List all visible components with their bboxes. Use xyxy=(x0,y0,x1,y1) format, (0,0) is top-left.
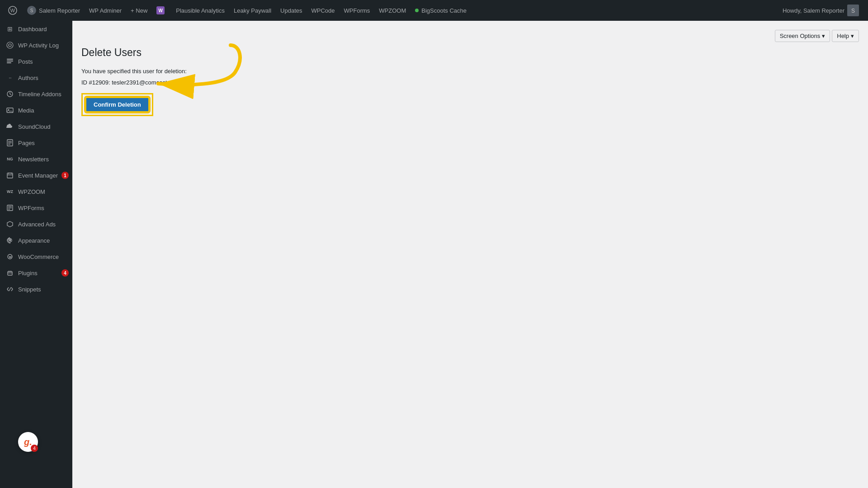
event-manager-icon xyxy=(5,171,14,180)
admin-top-bar: W S Salem Reporter WP Adminer + New W Pl… xyxy=(0,0,868,21)
help-chevron: ▾ xyxy=(851,33,854,39)
wp-logo-icon[interactable]: W xyxy=(5,2,21,19)
sidebar-item-timeline[interactable]: Timeline Addons xyxy=(0,86,72,102)
screen-options-label: Screen Options xyxy=(780,33,821,39)
plausible-label: Plausible Analytics xyxy=(176,7,225,14)
plugins-icon xyxy=(5,268,14,277)
sidebar-item-appearance[interactable]: Appearance xyxy=(0,232,72,249)
bigscoots-label: BigScoots Cache xyxy=(421,7,467,14)
grammarly-letter: g. xyxy=(24,437,32,447)
sidebar-item-event-manager[interactable]: Event Manager 1 xyxy=(0,167,72,183)
adminbar-items: S Salem Reporter WP Adminer + New W Plau… xyxy=(23,0,778,21)
svg-point-25 xyxy=(9,239,11,241)
newsletters-icon: NG xyxy=(5,155,14,164)
sidebar-item-wpforms[interactable]: WPForms xyxy=(0,200,72,216)
page-title: Delete Users xyxy=(81,47,859,59)
sidebar-item-newsletters[interactable]: NG Newsletters xyxy=(0,151,72,167)
svg-rect-7 xyxy=(7,61,13,61)
svg-rect-6 xyxy=(7,59,13,60)
wpforms-label: WPForms xyxy=(344,7,370,14)
confirm-deletion-button[interactable]: Confirm Deletion xyxy=(85,97,149,112)
help-label: Help xyxy=(837,33,849,39)
svg-text:S: S xyxy=(851,8,855,14)
sidebar-item-advanced-ads[interactable]: Advanced Ads xyxy=(0,216,72,232)
svg-rect-8 xyxy=(7,62,11,63)
delete-section: You have specified this user for deletio… xyxy=(81,68,187,116)
sidebar-item-wpzoom[interactable]: WZ WPZOOM xyxy=(0,183,72,200)
sidebar-label-newsletters: Newsletters xyxy=(18,156,49,163)
timeline-icon xyxy=(5,89,14,99)
wpzoom-label: WPZOOM xyxy=(379,7,406,14)
wpzoom-sidebar-icon: WZ xyxy=(5,187,14,196)
sidebar-label-soundcloud: SoundCloud xyxy=(18,123,51,130)
adminbar-site-name: Salem Reporter xyxy=(39,7,80,14)
dashboard-icon: ⊞ xyxy=(5,24,14,33)
sidebar-label-woocommerce: WooCommerce xyxy=(18,253,59,260)
wpcode-label: WPCode xyxy=(311,7,335,14)
sidebar-item-authors[interactable]: ··· Authors xyxy=(0,70,72,86)
svg-rect-27 xyxy=(8,272,12,275)
screen-options-bar: Screen Options ▾ Help ▾ xyxy=(81,30,859,42)
sidebar-label-timeline: Timeline Addons xyxy=(18,91,61,98)
svg-rect-16 xyxy=(7,173,13,178)
sidebar-label-dashboard: Dashboard xyxy=(18,26,47,33)
media-icon xyxy=(5,106,14,115)
sidebar-label-plugins: Plugins xyxy=(18,270,38,277)
main-content: Screen Options ▾ Help ▾ Delete Users You… xyxy=(72,21,868,488)
adminbar-updates[interactable]: Updates xyxy=(276,0,307,21)
grammarly-badge: 4 xyxy=(31,445,38,452)
wpforms-sidebar-icon xyxy=(5,203,14,212)
soundcloud-icon xyxy=(5,122,14,131)
pages-icon xyxy=(5,138,14,147)
leaky-label: Leaky Paywall xyxy=(234,7,271,14)
adminbar-howdy[interactable]: Howdy, Salem Reporter S xyxy=(778,0,863,21)
sidebar-item-media[interactable]: Media xyxy=(0,102,72,118)
confirm-btn-wrapper: Confirm Deletion xyxy=(81,93,153,116)
admin-sidebar: ⊞ Dashboard WP Activity Log Posts xyxy=(0,21,72,488)
plugins-badge: 4 xyxy=(61,269,69,277)
adminbar-plausible[interactable]: Plausible Analytics xyxy=(171,0,229,21)
advanced-ads-icon xyxy=(5,220,14,229)
adminbar-bigscoots[interactable]: BigScoots Cache xyxy=(410,0,471,21)
sidebar-item-pages[interactable]: Pages xyxy=(0,135,72,151)
sidebar-item-activity-log[interactable]: WP Activity Log xyxy=(0,37,72,53)
adminbar-new[interactable]: + New xyxy=(126,0,152,21)
sidebar-label-snippets: Snippets xyxy=(18,286,41,293)
screen-options-button[interactable]: Screen Options ▾ xyxy=(775,30,830,42)
sidebar-label-media: Media xyxy=(18,107,34,114)
delete-instruction: You have specified this user for deletio… xyxy=(81,68,187,75)
sidebar-label-activity-log: WP Activity Log xyxy=(18,42,59,49)
sidebar-label-appearance: Appearance xyxy=(18,237,50,244)
svg-text:W: W xyxy=(10,8,15,13)
sidebar-item-plugins[interactable]: Plugins 4 xyxy=(0,265,72,281)
adminbar-wpforms[interactable]: WPForms xyxy=(340,0,375,21)
woocommerce-icon xyxy=(5,252,14,261)
page-wrap: Delete Users You have specified this use… xyxy=(81,47,859,116)
sidebar-item-posts[interactable]: Posts xyxy=(0,53,72,70)
posts-icon xyxy=(5,57,14,66)
event-manager-badge: 1 xyxy=(61,172,69,179)
appearance-icon xyxy=(5,236,14,245)
sidebar-item-snippets[interactable]: Snippets xyxy=(0,281,72,297)
sidebar-label-event-manager: Event Manager xyxy=(18,172,58,179)
sidebar-item-soundcloud[interactable]: SoundCloud xyxy=(0,118,72,135)
adminbar-wpcode[interactable]: WPCode xyxy=(307,0,339,21)
adminbar-leaky[interactable]: Leaky Paywall xyxy=(229,0,276,21)
snippets-icon xyxy=(5,285,14,294)
svg-line-29 xyxy=(9,287,11,291)
adminbar-woo[interactable]: W xyxy=(152,0,171,21)
grammarly-widget[interactable]: g. 4 xyxy=(18,432,38,452)
sidebar-item-dashboard[interactable]: ⊞ Dashboard xyxy=(0,21,72,37)
help-button[interactable]: Help ▾ xyxy=(832,30,859,42)
svg-point-5 xyxy=(9,44,11,47)
sidebar-item-woocommerce[interactable]: WooCommerce xyxy=(0,249,72,265)
user-info: ID #12909: tesler2391@comcast.net xyxy=(81,79,187,86)
adminbar-wpadminer[interactable]: WP Adminer xyxy=(85,0,126,21)
howdy-label: Howdy, Salem Reporter xyxy=(783,7,844,14)
updates-label: Updates xyxy=(280,7,302,14)
adminbar-site[interactable]: S Salem Reporter xyxy=(23,0,85,21)
activity-log-icon xyxy=(5,41,14,50)
svg-marker-24 xyxy=(7,221,13,227)
adminbar-wpzoom[interactable]: WPZOOM xyxy=(374,0,410,21)
sidebar-label-pages: Pages xyxy=(18,140,35,146)
